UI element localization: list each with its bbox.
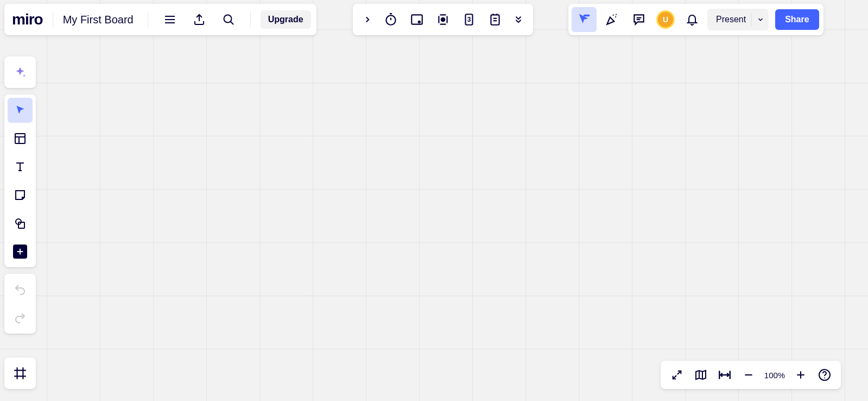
- svg-text:3: 3: [467, 16, 471, 23]
- help-button[interactable]: [814, 363, 835, 387]
- chevron-down-icon: [757, 16, 764, 23]
- svg-rect-24: [15, 134, 25, 143]
- plus-icon: [795, 369, 806, 380]
- fit-button[interactable]: [714, 363, 736, 387]
- svg-rect-18: [584, 15, 590, 17]
- comment-icon: [632, 12, 646, 27]
- confetti-icon: [605, 12, 619, 27]
- sparkle-icon: [13, 65, 27, 79]
- voting-button[interactable]: [405, 8, 429, 32]
- svg-point-47: [824, 378, 825, 379]
- fullscreen-icon: [671, 369, 683, 381]
- redo-icon: [14, 311, 27, 324]
- upgrade-button[interactable]: Upgrade: [261, 10, 311, 29]
- separator: [250, 12, 251, 27]
- svg-line-19: [613, 15, 613, 15]
- history-panel: [4, 274, 36, 334]
- separator: [148, 12, 148, 27]
- cursor-tag-icon: [576, 12, 592, 27]
- chevrons-down-icon: [514, 15, 523, 24]
- frames-panel-container: [4, 358, 36, 389]
- separator: [53, 12, 53, 27]
- minimap-button[interactable]: [690, 363, 712, 387]
- sticky-note-tool[interactable]: [8, 183, 33, 208]
- text-icon: [14, 160, 27, 173]
- export-icon: [193, 13, 206, 26]
- zoom-out-button[interactable]: [738, 363, 759, 387]
- minus-icon: [743, 369, 754, 380]
- talktrack-button[interactable]: [431, 8, 455, 32]
- svg-point-3: [224, 15, 231, 23]
- estimation-icon: 3: [462, 12, 476, 27]
- estimation-button[interactable]: 3: [457, 8, 481, 32]
- frame-icon: [13, 366, 27, 380]
- frames-button[interactable]: [8, 361, 33, 386]
- svg-line-21: [616, 14, 617, 15]
- main-menu-button[interactable]: [158, 8, 182, 32]
- left-toolbar-column: [4, 57, 36, 334]
- frames-panel: [4, 358, 36, 389]
- svg-point-10: [441, 18, 445, 22]
- notifications-button[interactable]: [680, 8, 704, 32]
- notes-button[interactable]: [483, 8, 507, 32]
- undo-button[interactable]: [8, 277, 33, 302]
- header-left-panel: miro My First Board Upgrade: [4, 4, 316, 35]
- svg-rect-8: [411, 15, 422, 24]
- more-tools-button[interactable]: [8, 239, 33, 264]
- timer-icon: [384, 12, 398, 27]
- collab-cursor-button[interactable]: [572, 7, 597, 32]
- comments-button[interactable]: [627, 8, 651, 32]
- template-icon: [14, 132, 27, 145]
- present-label: Present: [716, 15, 746, 24]
- tools-panel: [4, 95, 36, 267]
- undo-icon: [14, 283, 27, 296]
- zoom-level[interactable]: 100%: [762, 371, 788, 380]
- plus-icon: [16, 247, 24, 256]
- export-button[interactable]: [187, 8, 211, 32]
- shapes-tool[interactable]: [8, 211, 33, 236]
- ai-assist-button[interactable]: [8, 60, 33, 85]
- svg-line-4: [230, 22, 233, 25]
- bell-icon: [686, 13, 699, 26]
- present-dropdown[interactable]: [751, 13, 764, 26]
- help-icon: [818, 368, 831, 381]
- collapse-apps-button[interactable]: [358, 8, 377, 32]
- record-icon: [436, 12, 450, 27]
- sticky-note-icon: [14, 189, 27, 202]
- text-tool[interactable]: [8, 154, 33, 179]
- reactions-button[interactable]: [600, 8, 624, 32]
- svg-rect-30: [18, 222, 24, 228]
- map-icon: [694, 368, 707, 381]
- voting-icon: [410, 12, 424, 27]
- header-right-panel: U Present Share: [568, 4, 823, 35]
- timer-button[interactable]: [379, 8, 403, 32]
- zoom-panel: 100%: [661, 361, 841, 389]
- fit-width-icon: [718, 368, 732, 382]
- miro-logo[interactable]: miro: [12, 11, 43, 28]
- zoom-in-button[interactable]: [790, 363, 812, 387]
- templates-tool[interactable]: [8, 126, 33, 151]
- shapes-icon: [14, 217, 27, 230]
- cursor-icon: [14, 104, 26, 116]
- present-button[interactable]: Present: [707, 9, 769, 30]
- chevron-right-icon: [363, 15, 372, 24]
- search-icon: [222, 13, 235, 26]
- redo-button[interactable]: [8, 305, 33, 330]
- header-center-panel: 3: [353, 4, 533, 35]
- hamburger-icon: [163, 13, 176, 26]
- user-avatar[interactable]: U: [656, 10, 675, 29]
- svg-rect-13: [491, 15, 499, 24]
- share-button[interactable]: Share: [775, 9, 819, 30]
- ai-panel: [4, 57, 36, 88]
- svg-point-9: [418, 21, 421, 23]
- notepad-icon: [488, 12, 502, 27]
- search-button[interactable]: [217, 8, 240, 32]
- more-apps-button[interactable]: [509, 8, 528, 32]
- fullscreen-button[interactable]: [666, 363, 688, 387]
- board-title[interactable]: My First Board: [63, 14, 138, 26]
- canvas-grid[interactable]: [0, 0, 868, 401]
- svg-line-20: [616, 17, 616, 17]
- select-tool[interactable]: [8, 98, 33, 123]
